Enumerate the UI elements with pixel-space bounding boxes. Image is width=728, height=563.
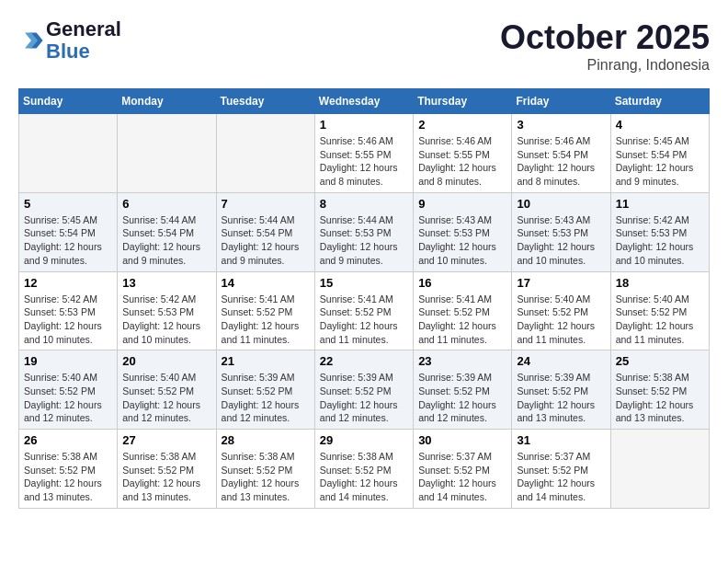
calendar-cell: 19Sunrise: 5:40 AM Sunset: 5:52 PM Dayli… <box>19 350 118 430</box>
calendar-cell: 17Sunrise: 5:40 AM Sunset: 5:52 PM Dayli… <box>512 271 610 350</box>
day-number: 31 <box>517 433 605 447</box>
day-info: Sunrise: 5:46 AM Sunset: 5:54 PM Dayligh… <box>517 134 605 189</box>
day-number: 22 <box>320 354 408 368</box>
calendar-cell: 23Sunrise: 5:39 AM Sunset: 5:52 PM Dayli… <box>414 350 512 430</box>
day-info: Sunrise: 5:40 AM Sunset: 5:52 PM Dayligh… <box>24 371 112 425</box>
page-header: General Blue October 2025 Pinrang, Indon… <box>18 18 710 74</box>
day-number: 24 <box>517 354 605 368</box>
calendar-cell: 21Sunrise: 5:39 AM Sunset: 5:52 PM Dayli… <box>216 350 314 430</box>
calendar-cell: 5Sunrise: 5:45 AM Sunset: 5:54 PM Daylig… <box>19 192 118 271</box>
day-info: Sunrise: 5:45 AM Sunset: 5:54 PM Dayligh… <box>616 134 704 189</box>
day-number: 16 <box>418 276 506 290</box>
calendar-cell: 6Sunrise: 5:44 AM Sunset: 5:54 PM Daylig… <box>118 192 216 271</box>
day-number: 17 <box>517 276 605 290</box>
day-info: Sunrise: 5:38 AM Sunset: 5:52 PM Dayligh… <box>24 450 112 504</box>
day-number: 3 <box>517 118 605 132</box>
weekday-header-sunday: Sunday <box>19 89 118 114</box>
day-number: 9 <box>418 197 506 211</box>
logo-icon <box>18 28 44 53</box>
day-info: Sunrise: 5:39 AM Sunset: 5:52 PM Dayligh… <box>517 371 605 425</box>
day-number: 27 <box>122 433 210 447</box>
day-info: Sunrise: 5:42 AM Sunset: 5:53 PM Dayligh… <box>616 213 704 268</box>
logo-blue: Blue <box>46 40 90 63</box>
day-number: 5 <box>24 197 112 211</box>
calendar-cell <box>216 114 314 193</box>
calendar-cell: 9Sunrise: 5:43 AM Sunset: 5:53 PM Daylig… <box>414 192 512 271</box>
calendar-cell: 11Sunrise: 5:42 AM Sunset: 5:53 PM Dayli… <box>610 192 709 271</box>
calendar-cell: 7Sunrise: 5:44 AM Sunset: 5:54 PM Daylig… <box>216 192 314 271</box>
day-info: Sunrise: 5:39 AM Sunset: 5:52 PM Dayligh… <box>418 371 506 425</box>
day-number: 30 <box>418 433 506 447</box>
calendar-cell: 30Sunrise: 5:37 AM Sunset: 5:52 PM Dayli… <box>414 430 512 509</box>
calendar-cell: 12Sunrise: 5:42 AM Sunset: 5:53 PM Dayli… <box>19 271 118 350</box>
day-number: 12 <box>24 276 112 290</box>
day-number: 2 <box>418 118 506 132</box>
calendar-cell: 25Sunrise: 5:38 AM Sunset: 5:52 PM Dayli… <box>610 350 709 430</box>
day-info: Sunrise: 5:41 AM Sunset: 5:52 PM Dayligh… <box>222 293 310 347</box>
day-number: 8 <box>320 197 408 211</box>
calendar-cell <box>19 114 118 193</box>
day-number: 28 <box>222 433 310 447</box>
weekday-header-tuesday: Tuesday <box>216 89 314 114</box>
day-info: Sunrise: 5:46 AM Sunset: 5:55 PM Dayligh… <box>418 134 506 189</box>
calendar-cell: 29Sunrise: 5:38 AM Sunset: 5:52 PM Dayli… <box>314 430 413 509</box>
day-info: Sunrise: 5:42 AM Sunset: 5:53 PM Dayligh… <box>122 293 210 347</box>
day-info: Sunrise: 5:38 AM Sunset: 5:52 PM Dayligh… <box>122 450 210 504</box>
weekday-header-thursday: Thursday <box>414 89 512 114</box>
calendar-cell: 14Sunrise: 5:41 AM Sunset: 5:52 PM Dayli… <box>216 271 314 350</box>
weekday-header-friday: Friday <box>512 89 610 114</box>
day-info: Sunrise: 5:42 AM Sunset: 5:53 PM Dayligh… <box>24 293 112 347</box>
calendar-cell: 3Sunrise: 5:46 AM Sunset: 5:54 PM Daylig… <box>512 114 610 193</box>
calendar-cell <box>610 430 709 509</box>
title-area: October 2025 Pinrang, Indonesia <box>500 18 710 74</box>
day-info: Sunrise: 5:46 AM Sunset: 5:55 PM Dayligh… <box>320 134 408 189</box>
day-info: Sunrise: 5:44 AM Sunset: 5:54 PM Dayligh… <box>222 213 310 268</box>
day-info: Sunrise: 5:39 AM Sunset: 5:52 PM Dayligh… <box>222 371 310 425</box>
calendar-cell: 24Sunrise: 5:39 AM Sunset: 5:52 PM Dayli… <box>512 350 610 430</box>
calendar-week-row: 19Sunrise: 5:40 AM Sunset: 5:52 PM Dayli… <box>19 350 710 430</box>
day-number: 1 <box>320 118 408 132</box>
day-number: 10 <box>517 197 605 211</box>
day-info: Sunrise: 5:43 AM Sunset: 5:53 PM Dayligh… <box>517 213 605 268</box>
day-info: Sunrise: 5:40 AM Sunset: 5:52 PM Dayligh… <box>517 293 605 347</box>
calendar-cell: 10Sunrise: 5:43 AM Sunset: 5:53 PM Dayli… <box>512 192 610 271</box>
calendar-week-row: 12Sunrise: 5:42 AM Sunset: 5:53 PM Dayli… <box>19 271 710 350</box>
calendar-cell: 27Sunrise: 5:38 AM Sunset: 5:52 PM Dayli… <box>118 430 216 509</box>
location-subtitle: Pinrang, Indonesia <box>500 57 710 74</box>
calendar-cell: 18Sunrise: 5:40 AM Sunset: 5:52 PM Dayli… <box>610 271 709 350</box>
day-number: 18 <box>616 276 704 290</box>
weekday-header-wednesday: Wednesday <box>314 89 413 114</box>
day-number: 23 <box>418 354 506 368</box>
calendar-cell: 26Sunrise: 5:38 AM Sunset: 5:52 PM Dayli… <box>19 430 118 509</box>
day-number: 20 <box>122 354 210 368</box>
logo-general: General <box>46 17 121 40</box>
calendar-cell: 4Sunrise: 5:45 AM Sunset: 5:54 PM Daylig… <box>610 114 709 193</box>
day-info: Sunrise: 5:41 AM Sunset: 5:52 PM Dayligh… <box>320 293 408 347</box>
calendar-cell: 28Sunrise: 5:38 AM Sunset: 5:52 PM Dayli… <box>216 430 314 509</box>
day-number: 4 <box>616 118 704 132</box>
day-number: 6 <box>122 197 210 211</box>
month-title: October 2025 <box>500 18 710 57</box>
calendar-week-row: 1Sunrise: 5:46 AM Sunset: 5:55 PM Daylig… <box>19 114 710 193</box>
calendar-cell: 31Sunrise: 5:37 AM Sunset: 5:52 PM Dayli… <box>512 430 610 509</box>
calendar-cell: 1Sunrise: 5:46 AM Sunset: 5:55 PM Daylig… <box>314 114 413 193</box>
calendar-table: SundayMondayTuesdayWednesdayThursdayFrid… <box>18 88 710 509</box>
day-info: Sunrise: 5:38 AM Sunset: 5:52 PM Dayligh… <box>320 450 408 504</box>
day-number: 29 <box>320 433 408 447</box>
day-number: 21 <box>222 354 310 368</box>
day-number: 15 <box>320 276 408 290</box>
day-info: Sunrise: 5:40 AM Sunset: 5:52 PM Dayligh… <box>122 371 210 425</box>
day-number: 13 <box>122 276 210 290</box>
calendar-cell: 15Sunrise: 5:41 AM Sunset: 5:52 PM Dayli… <box>314 271 413 350</box>
calendar-cell <box>118 114 216 193</box>
day-number: 7 <box>222 197 310 211</box>
day-number: 19 <box>24 354 112 368</box>
day-info: Sunrise: 5:38 AM Sunset: 5:52 PM Dayligh… <box>616 371 704 425</box>
day-number: 11 <box>616 197 704 211</box>
day-info: Sunrise: 5:45 AM Sunset: 5:54 PM Dayligh… <box>24 213 112 268</box>
day-info: Sunrise: 5:38 AM Sunset: 5:52 PM Dayligh… <box>222 450 310 504</box>
calendar-week-row: 5Sunrise: 5:45 AM Sunset: 5:54 PM Daylig… <box>19 192 710 271</box>
day-info: Sunrise: 5:44 AM Sunset: 5:53 PM Dayligh… <box>320 213 408 268</box>
day-info: Sunrise: 5:39 AM Sunset: 5:52 PM Dayligh… <box>320 371 408 425</box>
weekday-header-monday: Monday <box>118 89 216 114</box>
